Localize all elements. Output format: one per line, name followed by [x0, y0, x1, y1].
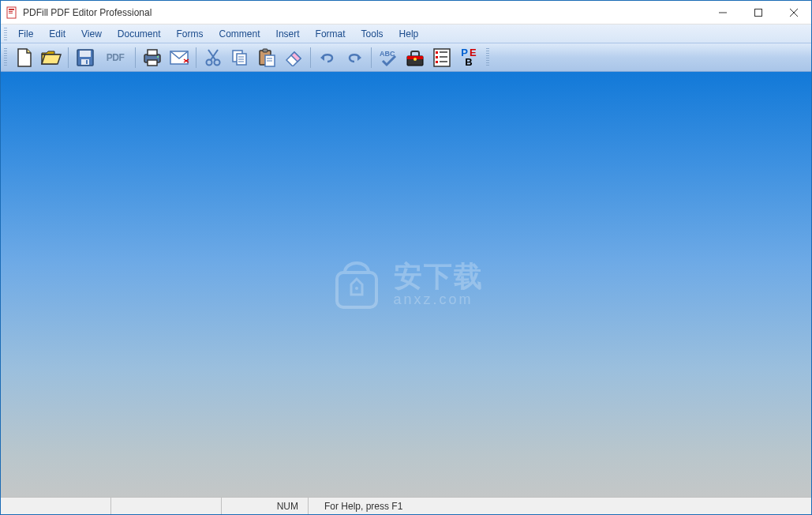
svg-rect-9 — [80, 51, 91, 57]
undo-button[interactable] — [315, 46, 340, 70]
toolbar-handle — [486, 48, 489, 67]
maximize-button[interactable] — [740, 1, 776, 24]
menubar: File Edit View Document Forms Comment In… — [1, 24, 811, 43]
toolbox-button[interactable] — [402, 46, 428, 70]
svg-rect-10 — [81, 59, 89, 65]
menu-edit[interactable]: Edit — [41, 26, 73, 42]
copy-button[interactable] — [227, 46, 253, 70]
open-folder-icon — [40, 48, 62, 67]
status-help-text: For Help, press F1 — [309, 498, 811, 514]
envelope-icon — [169, 50, 189, 66]
statusbar: NUM For Help, press F1 — [1, 497, 811, 514]
new-button[interactable] — [12, 46, 37, 70]
svg-rect-3 — [9, 13, 13, 13]
toolbar-separator — [68, 47, 69, 68]
basic-pro-button[interactable]: P E B — [456, 46, 481, 70]
toolbar-separator — [371, 47, 372, 68]
svg-rect-13 — [148, 50, 157, 55]
svg-rect-2 — [9, 11, 13, 12]
save-button[interactable] — [73, 46, 98, 70]
scissors-icon — [204, 48, 222, 67]
save-icon — [76, 48, 95, 67]
cut-button[interactable] — [200, 46, 226, 70]
window-controls — [705, 1, 811, 24]
svg-rect-37 — [436, 56, 438, 58]
svg-point-34 — [413, 58, 417, 61]
svg-rect-38 — [436, 61, 438, 63]
svg-rect-1 — [9, 9, 14, 10]
new-file-icon — [16, 47, 33, 68]
menu-forms[interactable]: Forms — [169, 26, 211, 42]
watermark-text-main: 安下载 — [394, 262, 484, 291]
titlebar: PDFill PDF Editor Professional — [1, 1, 811, 24]
undo-icon — [318, 51, 337, 65]
svg-point-18 — [215, 59, 220, 65]
eraser-icon — [283, 49, 304, 66]
svg-rect-27 — [263, 49, 268, 52]
svg-point-43 — [355, 287, 358, 290]
toolbar-separator — [310, 47, 311, 68]
svg-rect-36 — [436, 51, 438, 54]
minimize-button[interactable] — [705, 1, 740, 24]
svg-rect-14 — [148, 60, 157, 66]
window-title: PDFill PDF Editor Professional — [23, 7, 705, 18]
paste-button[interactable] — [254, 46, 279, 70]
open-button[interactable] — [39, 46, 64, 70]
watermark-text-url: anxz.com — [394, 292, 484, 306]
redo-icon — [345, 51, 364, 65]
app-icon — [6, 6, 18, 19]
svg-point-15 — [157, 56, 159, 58]
options-button[interactable] — [429, 46, 455, 70]
erase-button[interactable] — [281, 46, 306, 70]
toolbar-separator — [196, 47, 196, 68]
status-cell-2 — [111, 498, 222, 514]
svg-text:ABC: ABC — [380, 50, 395, 58]
svg-rect-5 — [754, 9, 761, 16]
menu-comment[interactable]: Comment — [211, 26, 268, 42]
svg-point-17 — [207, 59, 212, 65]
toolbar-separator — [135, 47, 136, 68]
status-numlock: NUM — [222, 498, 309, 514]
menu-tools[interactable]: Tools — [354, 26, 391, 42]
menu-view[interactable]: View — [73, 26, 110, 42]
print-button[interactable] — [140, 46, 165, 70]
pdf-text-icon: PDF — [107, 52, 125, 63]
spellcheck-icon: ABC — [378, 47, 399, 68]
redo-button[interactable] — [342, 46, 367, 70]
svg-rect-11 — [86, 60, 88, 64]
email-button[interactable] — [167, 46, 192, 70]
copy-icon — [230, 48, 249, 67]
status-cell-1 — [1, 498, 111, 514]
watermark: 安下载 anxz.com — [329, 257, 484, 312]
spellcheck-button[interactable]: ABC — [376, 46, 401, 70]
workspace: 安下载 anxz.com — [1, 72, 811, 497]
pe-icon: P E B — [461, 48, 476, 66]
paste-icon — [257, 47, 276, 68]
menu-format[interactable]: Format — [308, 26, 354, 42]
menu-insert[interactable]: Insert — [268, 26, 308, 42]
printer-icon — [142, 48, 163, 67]
menu-help[interactable]: Help — [391, 26, 427, 42]
menu-document[interactable]: Document — [110, 26, 169, 42]
save-pdf-button[interactable]: PDF — [99, 46, 131, 70]
watermark-bag-icon — [329, 257, 384, 312]
toolbar: PDF — [1, 43, 811, 72]
options-list-icon — [432, 47, 451, 68]
close-button[interactable] — [776, 1, 811, 24]
toolbox-icon — [405, 48, 425, 67]
menu-file[interactable]: File — [10, 26, 41, 42]
